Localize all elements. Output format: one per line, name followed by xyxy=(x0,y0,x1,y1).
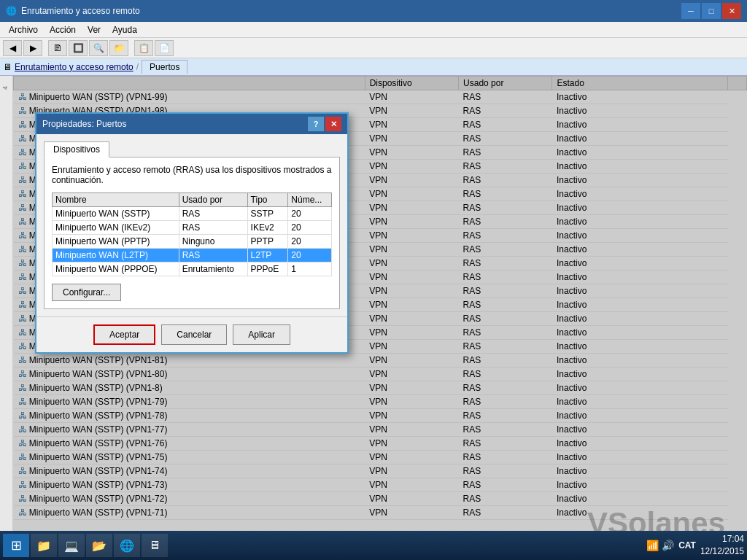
inner-cell-numero: 20 xyxy=(288,207,332,221)
tab-description: Enrutamiento y acceso remoto (RRAS) usa … xyxy=(52,165,332,185)
taskbar-explorer[interactable]: 📁 xyxy=(31,534,57,557)
modal-footer: Aceptar Cancelar Aplicar xyxy=(36,316,347,352)
sidebar: 4 xyxy=(0,76,13,560)
toolbar-help[interactable]: 📄 xyxy=(155,40,174,56)
clock: 17:04 12/12/2015 xyxy=(700,533,744,558)
tab-header: Dispositivos xyxy=(44,141,340,158)
toolbar-up[interactable]: 🖹 xyxy=(48,40,67,56)
date-display: 12/12/2015 xyxy=(700,545,744,558)
toolbar-forward[interactable]: ▶ xyxy=(23,40,42,56)
toolbar-properties[interactable]: 📋 xyxy=(134,40,153,56)
language-indicator[interactable]: CAT xyxy=(678,540,696,551)
close-button[interactable]: ✕ xyxy=(722,3,741,19)
inner-cell-nombre: Minipuerto WAN (SSTP) xyxy=(53,207,179,221)
menu-bar: Archivo Acción Ver Ayuda xyxy=(0,22,747,38)
inner-cell-nombre: Minipuerto WAN (L2TP) xyxy=(53,249,179,262)
menu-accion[interactable]: Acción xyxy=(44,23,82,36)
inner-col-nombre: Nombre xyxy=(53,193,179,207)
modal-body: Dispositivos Enrutamiento y acceso remot… xyxy=(36,134,347,316)
toolbar-folder[interactable]: 📁 xyxy=(109,40,128,56)
minimize-button[interactable]: ─ xyxy=(681,3,700,19)
title-bar-controls: ─ □ ✕ xyxy=(681,3,741,19)
time-display: 17:04 xyxy=(700,533,744,545)
modal-help-button[interactable]: ? xyxy=(308,117,324,131)
inner-cell-tipo: PPTP xyxy=(247,235,288,249)
inner-cell-usado: RAS xyxy=(179,249,247,262)
nav-bar: 🖥 Enrutamiento y acceso remoto / Puertos xyxy=(0,58,747,76)
toolbar-refresh[interactable]: 🔲 xyxy=(69,40,88,56)
menu-ver[interactable]: Ver xyxy=(82,23,107,36)
inner-cell-tipo: L2TP xyxy=(247,249,288,262)
inner-cell-usado: Enrutamiento xyxy=(179,262,247,276)
inner-cell-usado: RAS xyxy=(179,207,247,221)
inner-col-numero: Núme... xyxy=(288,193,332,207)
inner-table-row[interactable]: Minipuerto WAN (PPPOE) Enrutamiento PPPo… xyxy=(53,262,332,276)
inner-cell-usado: Ninguno xyxy=(179,235,247,249)
toolbar: ◀ ▶ 🖹 🔲 🔍 📁 📋 📄 xyxy=(0,38,747,58)
inner-cell-numero: 20 xyxy=(288,235,332,249)
modal-close-button[interactable]: ✕ xyxy=(325,117,341,131)
inner-cell-nombre: Minipuerto WAN (IKEv2) xyxy=(53,221,179,235)
modal-title-bar: Propiedades: Puertos ? ✕ xyxy=(36,114,347,134)
title-bar: 🌐 Enrutamiento y acceso remoto ─ □ ✕ xyxy=(0,0,747,22)
app-icon: 🌐 xyxy=(6,6,17,16)
inner-table-row[interactable]: Minipuerto WAN (PPTP) Ninguno PPTP 20 xyxy=(53,235,332,249)
menu-ayuda[interactable]: Ayuda xyxy=(107,23,143,36)
inner-col-tipo: Tipo xyxy=(247,193,288,207)
accept-button[interactable]: Aceptar xyxy=(93,324,155,345)
main-content: Dispositivo Usado por Estado 🖧 Minipuert… xyxy=(13,76,747,560)
inner-table-row[interactable]: Minipuerto WAN (IKEv2) RAS IKEv2 20 xyxy=(53,221,332,235)
inner-table-row[interactable]: Minipuerto WAN (SSTP) RAS SSTP 20 xyxy=(53,207,332,221)
taskbar-folder2[interactable]: 📂 xyxy=(86,534,112,557)
devices-table: Nombre Usado por Tipo Núme... Minipuerto… xyxy=(52,192,332,276)
taskbar-right: 📶 🔊 CAT 17:04 12/12/2015 xyxy=(646,533,744,558)
apply-button[interactable]: Aplicar xyxy=(233,324,290,345)
title-bar-left: 🌐 Enrutamiento y acceso remoto xyxy=(6,6,140,16)
inner-table-row[interactable]: Minipuerto WAN (L2TP) RAS L2TP 20 xyxy=(53,249,332,262)
main-area: 4 Dispositivo Usado por Estado xyxy=(0,76,747,560)
content-body: 4 Dispositivo Usado por Estado xyxy=(0,76,747,560)
window-title: Enrutamiento y acceso remoto xyxy=(21,6,140,16)
menu-archivo[interactable]: Archivo xyxy=(3,23,44,36)
configure-button[interactable]: Configurar... xyxy=(52,284,121,301)
nav-separator: / xyxy=(136,62,139,72)
toolbar-back[interactable]: ◀ xyxy=(3,40,22,56)
tray-volume-icon: 🔊 xyxy=(662,540,674,551)
taskbar-network[interactable]: 🌐 xyxy=(114,534,140,557)
maximize-button[interactable]: □ xyxy=(702,3,721,19)
modal-overlay: Propiedades: Puertos ? ✕ Dispositivos xyxy=(13,76,747,560)
modal-title-controls: ? ✕ xyxy=(308,117,341,131)
inner-cell-numero: 20 xyxy=(288,249,332,262)
inner-cell-usado: RAS xyxy=(179,221,247,235)
toolbar-search[interactable]: 🔍 xyxy=(89,40,108,56)
inner-cell-tipo: PPPoE xyxy=(247,262,288,276)
inner-cell-nombre: Minipuerto WAN (PPTP) xyxy=(53,235,179,249)
cancel-button[interactable]: Cancelar xyxy=(161,324,227,345)
start-button[interactable]: ⊞ xyxy=(3,534,29,557)
taskbar-left: ⊞ 📁 💻 📂 🌐 🖥 xyxy=(3,534,168,557)
tab-content: Enrutamiento y acceso remoto (RRAS) usa … xyxy=(44,157,340,309)
nav-icon: 🖥 xyxy=(3,62,12,72)
breadcrumb-root[interactable]: Enrutamiento y acceso remoto xyxy=(15,62,133,72)
taskbar: ⊞ 📁 💻 📂 🌐 🖥 📶 🔊 CAT 17:04 12/12/2015 xyxy=(0,531,747,560)
inner-cell-nombre: Minipuerto WAN (PPPOE) xyxy=(53,262,179,276)
inner-cell-tipo: IKEv2 xyxy=(247,221,288,235)
tray-network-icon: 📶 xyxy=(646,540,659,551)
configure-area: Configurar... xyxy=(52,284,332,301)
modal-title: Propiedades: Puertos xyxy=(42,119,126,129)
system-tray: 📶 🔊 xyxy=(646,540,674,551)
tab-dispositivos[interactable]: Dispositivos xyxy=(44,141,109,158)
taskbar-server[interactable]: 🖥 xyxy=(142,534,168,557)
nav-tab-puertos[interactable]: Puertos xyxy=(142,60,187,74)
inner-cell-numero: 20 xyxy=(288,221,332,235)
inner-col-usado: Usado por xyxy=(179,193,247,207)
properties-dialog: Propiedades: Puertos ? ✕ Dispositivos xyxy=(35,112,349,354)
inner-cell-numero: 1 xyxy=(288,262,332,276)
inner-cell-tipo: SSTP xyxy=(247,207,288,221)
taskbar-terminal[interactable]: 💻 xyxy=(58,534,85,557)
